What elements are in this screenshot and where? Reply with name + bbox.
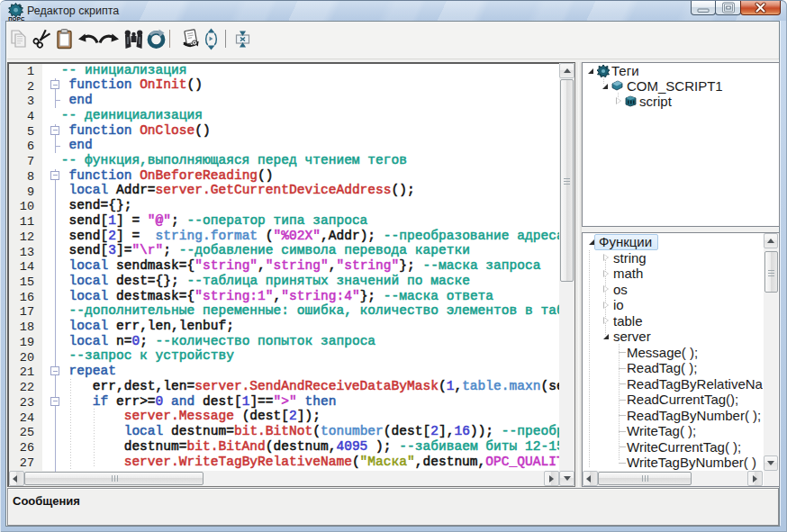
svg-text:ПОРС: ПОРС xyxy=(8,16,25,22)
